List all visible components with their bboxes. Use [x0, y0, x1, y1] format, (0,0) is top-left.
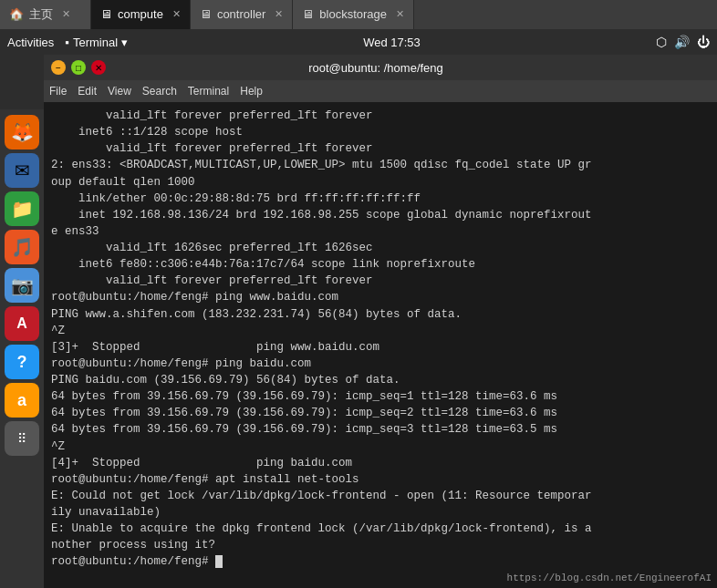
dock-texteditor[interactable]: A [5, 306, 39, 341]
dock-help[interactable]: ? [5, 345, 39, 379]
terminal-line: ^Z [51, 438, 710, 455]
terminal-line: 64 bytes from 39.156.69.79 (39.156.69.79… [51, 388, 710, 405]
dock-email[interactable]: ✉ [5, 153, 39, 188]
power-icon[interactable]: ⏻ [697, 35, 710, 49]
dock-files[interactable]: 📁 [5, 191, 39, 226]
terminal-line: 64 bytes from 39.156.69.79 (39.156.69.79… [51, 405, 710, 421]
menu-help[interactable]: Help [240, 85, 263, 98]
activities-button[interactable]: Activities [7, 36, 54, 49]
window-controls: − □ ✕ [51, 60, 106, 75]
status-url: https://blog.csdn.net/EngineerofAI [507, 573, 712, 583]
dock-firefox[interactable]: 🦊 [5, 115, 39, 150]
tab-controller[interactable]: 🖥 controller ✕ [191, 0, 293, 29]
controller-icon: 🖥 [200, 7, 212, 21]
dock-amazon[interactable]: a [5, 383, 39, 418]
window-chrome: − □ ✕ root@ubuntu: /home/feng [44, 55, 717, 80]
terminal-line: inet 192.168.98.136/24 brd 192.168.98.25… [51, 207, 710, 223]
gnome-clock[interactable]: Wed 17:53 [363, 36, 421, 49]
terminal-line: ^Z [51, 323, 710, 339]
terminal-line: valid_lft 1626sec preferred_lft 1626sec [51, 240, 710, 256]
tab-home-label: 主页 [29, 6, 53, 23]
terminal-line: inet6 ::1/128 scope host [51, 124, 710, 140]
terminal-line: PING www.a.shifen.com (183.232.231.74) 5… [51, 306, 710, 323]
terminal-line: e ens33 [51, 223, 710, 240]
tab-controller-label: controller [217, 7, 265, 21]
terminal-line: 2: ens33: <BROADCAST,MULTICAST,UP,LOWER_… [51, 157, 710, 173]
menu-file[interactable]: File [49, 85, 67, 98]
gnome-bar: Activities ▪ Terminal ▾ Wed 17:53 ⬡ 🔊 ⏻ [0, 29, 717, 55]
gnome-left: Activities ▪ Terminal ▾ [7, 36, 128, 49]
terminal-icon: ▪ [65, 36, 69, 49]
menu-bar: File Edit View Search Terminal Help [44, 80, 717, 102]
minimize-button[interactable]: − [51, 60, 66, 75]
terminal-cursor [215, 555, 223, 568]
tab-compute[interactable]: 🖥 compute ✕ [91, 0, 191, 29]
terminal-line: link/ether 00:0c:29:88:8d:75 brd ff:ff:f… [51, 191, 710, 207]
terminal-line: root@ubuntu:/home/feng# ping baidu.com [51, 356, 710, 372]
compute-icon: 🖥 [100, 7, 112, 21]
terminal-line: valid_lft forever preferred_lft forever [51, 140, 710, 157]
clock-text: Wed 17:53 [363, 36, 421, 49]
terminal-line: E: Could not get lock /var/lib/dpkg/lock… [51, 488, 710, 504]
tab-home-close[interactable]: ✕ [62, 8, 70, 20]
terminal-line: ily unavailable) [51, 504, 710, 521]
tab-home[interactable]: 🏠 主页 ✕ [0, 0, 91, 29]
terminal-line: root@ubuntu:/home/feng# ping www.baidu.c… [51, 289, 710, 305]
blockstorage-icon: 🖥 [302, 7, 314, 21]
home-icon: 🏠 [9, 7, 24, 21]
maximize-button[interactable]: □ [71, 60, 86, 75]
terminal-prompt-line: root@ubuntu:/home/feng# [51, 553, 710, 570]
menu-search[interactable]: Search [142, 85, 177, 98]
window-title: root@ubuntu: /home/feng [106, 61, 646, 75]
terminal-line: PING baidu.com (39.156.69.79) 56(84) byt… [51, 372, 710, 388]
menu-view[interactable]: View [108, 85, 131, 98]
terminal-line: E: Unable to acquire the dpkg frontend l… [51, 521, 710, 537]
terminal-line: valid_lft forever preferred_lft forever [51, 273, 710, 289]
terminal-line: valid_lft forever preferred_lft forever [51, 108, 710, 124]
menu-terminal[interactable]: Terminal [188, 85, 229, 98]
app-dock: 🦊 ✉ 📁 🎵 📷 A ? a ⠿ [0, 109, 44, 588]
terminal-line: oup default qlen 1000 [51, 174, 710, 191]
dock-apps[interactable]: ⠿ [5, 421, 39, 456]
terminal-line: [3]+ Stopped ping www.baidu.com [51, 339, 710, 356]
terminal-line: nother process using it? [51, 537, 710, 553]
menu-edit[interactable]: Edit [78, 85, 97, 98]
terminal-line: [4]+ Stopped ping baidu.com [51, 455, 710, 471]
terminal-line: root@ubuntu:/home/feng# apt install net-… [51, 471, 710, 488]
close-button[interactable]: ✕ [91, 60, 106, 75]
network-icon[interactable]: ⬡ [656, 35, 667, 49]
terminal-dropdown-icon: ▾ [121, 36, 128, 49]
tab-compute-close[interactable]: ✕ [172, 8, 181, 20]
terminal-menu[interactable]: ▪ Terminal ▾ [65, 36, 128, 49]
tab-blockstorage[interactable]: 🖥 blockstorage ✕ [293, 0, 414, 29]
dock-music[interactable]: 🎵 [5, 230, 39, 264]
volume-icon[interactable]: 🔊 [674, 35, 690, 49]
tab-bar: 🏠 主页 ✕ 🖥 compute ✕ 🖥 controller ✕ 🖥 bloc… [0, 0, 717, 29]
terminal-line: inet6 fe80::c306:e44b:76a:17c7/64 scope … [51, 256, 710, 273]
gnome-right-icons: ⬡ 🔊 ⏻ [656, 35, 710, 49]
tab-compute-label: compute [118, 7, 163, 21]
status-bar: https://blog.csdn.net/EngineerofAI [502, 570, 717, 588]
dock-screenshot[interactable]: 📷 [5, 268, 39, 303]
terminal-line: 64 bytes from 39.156.69.79 (39.156.69.79… [51, 421, 710, 438]
terminal-label-text: Terminal [73, 36, 118, 49]
terminal-output[interactable]: valid_lft forever preferred_lft forever … [44, 102, 717, 588]
tab-controller-close[interactable]: ✕ [275, 8, 283, 20]
tab-blockstorage-close[interactable]: ✕ [396, 8, 404, 20]
tab-blockstorage-label: blockstorage [319, 7, 387, 21]
